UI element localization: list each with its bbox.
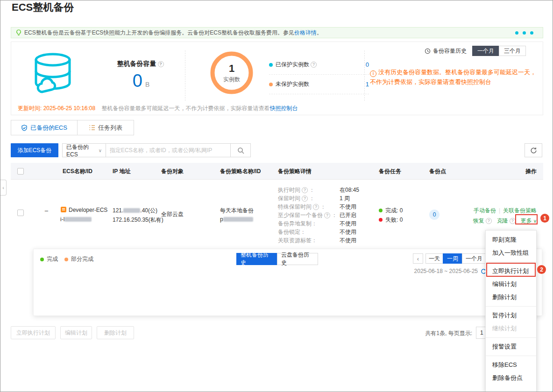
menu-item-remove-ecs[interactable]: 移除ECS [486,358,536,371]
menu-item-delete-plan[interactable]: 删除计划 [486,291,536,304]
menu-item-pause-plan[interactable]: 暂停计划 [486,309,536,322]
help-icon[interactable] [324,212,330,218]
backup-history-panel: 完成 部分完成 整机备份历史 云盘备份历史 一天 一周 一个月 2025-06-… [33,249,542,316]
shield-check-icon [21,125,28,131]
price-details-link[interactable]: 价格详情 [294,29,317,36]
row-actions-line2: 恢复克隆更多 [473,217,537,225]
search-button[interactable] [230,143,251,157]
donut-label: 实例数 [223,76,240,84]
filter-dropdown[interactable]: 已备份的ECS [62,143,106,157]
clone-link[interactable]: 克隆 [497,217,508,224]
policy-detail: 执行时间 在08:45 [278,186,359,194]
policy-id: p [220,216,253,223]
menu-divider [486,306,536,307]
menu-item-join-consistency-group[interactable]: 加入一致性组 [486,246,536,259]
policy-detail: 备份锁定 不使用 [278,228,359,236]
menu-item-edit-plan[interactable]: 编辑计划 [486,278,536,291]
banner-pager-dots[interactable] [515,31,533,35]
manual-backup-link[interactable]: 手动备份 [474,207,496,214]
info-banner: ECS整机备份是云备份基于ECS快照能力上开发的备份编排服务。云备份对ECS整机… [11,27,543,38]
help-icon[interactable] [311,62,317,68]
disk-history-toggle[interactable]: 云盘备份历史 [277,253,318,265]
banner-text: ECS整机备份是云备份基于ECS快照能力上开发的备份编排服务。云备份对ECS整机… [24,29,322,37]
col-points: 备份点 [429,163,446,180]
more-dropdown-trigger[interactable]: 更多 [521,217,537,224]
select-all-checkbox[interactable] [17,168,24,175]
range-one-day-button[interactable]: 一天 [425,253,443,264]
row-checkbox[interactable] [17,210,24,216]
chevron-down-icon [99,148,102,153]
bulb-icon [16,29,21,36]
backup-tasks: 完成: 0 失败: 0 [379,206,403,224]
ecs-id: i-l [60,216,92,223]
task-complete: 完成: 0 [379,206,403,215]
ecs-name: Developer-ECS [69,207,107,213]
add-ecs-backup-button[interactable]: 添加ECS备份 [11,143,58,157]
collapse-panel-handle[interactable] [0,180,7,196]
execute-plan-button[interactable]: 立即执行计划 [11,326,56,339]
instance-donut-chart: 1 实例数 [207,49,256,97]
green-dot [379,209,383,212]
menu-item-alarm-settings[interactable]: 报警设置 [486,340,536,353]
capacity-value: 0 B [98,71,184,91]
help-icon[interactable] [302,187,308,193]
policy-details: 执行时间 在08:45 保留时间 1 周 特殊保留时间 不使用 至少保留一个备份… [278,186,359,245]
ecs-instance-icon [60,206,67,213]
green-dot [40,258,44,261]
policy-detail: 关联资源标签 不使用 [278,236,359,245]
restore-link[interactable]: 恢复 [473,217,484,224]
menu-divider [486,356,536,356]
table-header: ECS名称/ID IP 地址 备份对象 备份策略名称/ID 备份策略详情 备份任… [11,163,543,180]
protected-count[interactable]: 0 [366,61,369,68]
table-row: Developer-ECS i-l 121..40(公) 172.16.250.… [11,180,543,249]
col-policy-details: 备份策略详情 [278,163,312,180]
col-target: 备份对象 [161,163,184,180]
menu-item-instant-clone[interactable]: 即刻克隆 [486,233,536,246]
backup-point-count[interactable]: 0 [429,210,440,220]
help-icon[interactable] [302,196,308,202]
help-icon[interactable] [486,218,492,224]
refresh-icon [530,147,537,154]
donut-value: 1 [229,63,234,75]
whole-machine-history-toggle[interactable]: 整机备份历史 [236,253,277,265]
backup-target: 全部云盘 [161,210,184,218]
divider [185,50,185,101]
col-ip: IP 地址 [113,163,130,180]
capacity-unit: B [145,81,149,88]
red-dot [379,218,383,222]
range-three-month-button[interactable]: 三个月 [499,46,526,56]
search-input[interactable] [106,143,231,157]
help-icon[interactable] [510,218,516,224]
collapse-row-toggle[interactable] [44,207,49,215]
tab-backed-up-ecs[interactable]: 已备份的ECS [11,120,78,135]
no-history-warning: 没有历史备份容量数据。整机备份容量最多可能延迟一天，不作为计费依据，实际容量请查… [370,67,541,87]
menu-item-delete-backup-point[interactable]: 删除备份点 [486,371,536,385]
ip-public: 121..40(公) [113,207,157,215]
menu-item-resume-plan: 继续计划 [486,322,536,335]
chevron-left-button[interactable] [413,253,423,264]
orange-dot [269,83,273,86]
associate-policy-link[interactable]: 关联备份策略 [503,207,537,214]
list-icon [89,125,95,131]
page-title: ECS整机备份 [12,0,74,14]
orange-dot [64,258,68,261]
legend-protected: 已保护实例数 0 [269,55,369,75]
snapshot-console-link[interactable]: 快照控制台 [269,105,298,112]
pager-dot[interactable] [523,31,526,35]
tab-task-list[interactable]: 任务列表 [77,120,134,135]
col-tasks: 备份任务 [379,163,401,180]
delete-plan-button[interactable]: 删除计划 [97,326,134,339]
refresh-button[interactable] [525,143,542,157]
range-one-month-button[interactable]: 一个月 [472,46,499,56]
redacted-text [64,217,92,222]
help-icon[interactable] [158,61,164,67]
unprotected-count[interactable]: 1 [366,81,369,88]
menu-item-execute-plan-now[interactable]: 立即执行计划 [486,265,536,278]
range-one-month-history-button[interactable]: 一个月 [462,253,486,264]
instance-legend: 已保护实例数 0 未保护实例数 1 [269,55,369,94]
range-one-week-button[interactable]: 一周 [443,253,462,264]
pager-dot[interactable] [530,31,533,35]
edit-plan-button[interactable]: 编辑计划 [60,326,92,339]
help-icon[interactable] [313,204,319,210]
pager-dot[interactable] [515,31,518,35]
